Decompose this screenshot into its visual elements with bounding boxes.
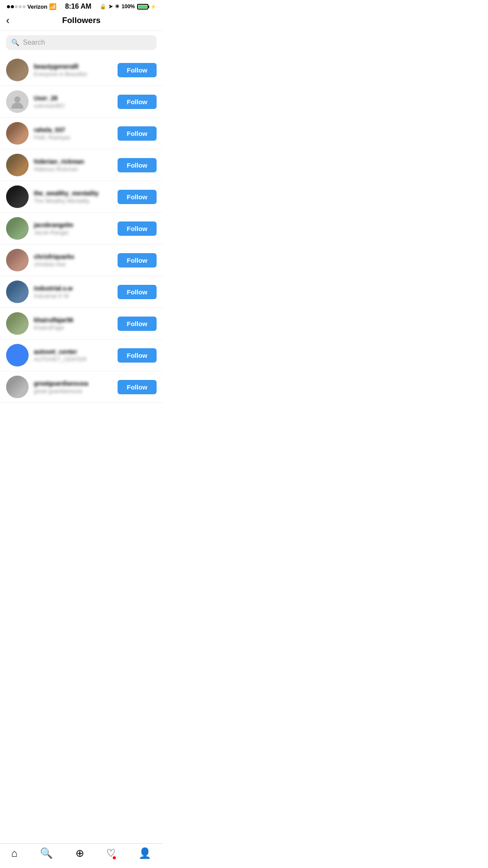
battery-percent: 100% [121,3,135,10]
avatar [6,217,29,240]
avatar [6,344,29,366]
display-name-label: Jacob Rangel [34,229,112,236]
avatar [6,154,29,176]
avatar [6,376,29,398]
display-name-label: unknownBO [34,102,112,109]
search-bar[interactable]: 🔍 Search [6,35,157,50]
page-title: Followers [62,16,101,25]
user-info: the_wealthy_mentalityThe Wealthy Mentali… [34,190,112,204]
display-name-label: great guardiansusa [34,388,112,394]
signal-dot-5 [23,5,26,8]
username-label: jacobrangelm [34,221,112,228]
display-name-label: KhairulFajar [34,324,112,331]
signal-dot-3 [15,5,18,8]
list-item: the_wealthy_mentalityThe Wealthy Mentali… [0,181,163,213]
charging-icon: ⚡ [151,4,156,9]
avatar [6,59,29,81]
user-info: jacobrangelmJacob Rangel [34,221,112,236]
search-container: 🔍 Search [0,31,163,54]
username-label: chrisfriquarks [34,253,112,260]
followers-list: beautygeneralllEveryone is BeautifulFoll… [0,54,163,403]
signal-dot-4 [19,5,22,8]
follow-button[interactable]: Follow [118,126,157,141]
search-placeholder: Search [23,39,45,46]
follow-button[interactable]: Follow [118,95,157,109]
username-label: industrial.s.w [34,285,112,292]
list-item: khairulfajar56KhairulFajarFollow [0,308,163,340]
user-info: industrial.s.wIndustrial S W [34,285,112,299]
display-name-label: Everyone is Beautiful [34,71,112,77]
bluetooth-icon: ✳ [115,3,119,10]
list-item: chrisfriquarkschristian thaiFollow [0,244,163,276]
avatar [6,249,29,271]
user-info: rahela_037Petit, Rashyao [34,126,112,141]
follow-button[interactable]: Follow [118,190,157,204]
list-item: rahela_037Petit, RashyaoFollow [0,118,163,149]
status-left: Verizon 📶 [7,3,56,10]
avatar [6,185,29,208]
username-label: autovet_center [34,348,112,355]
battery-fill [138,5,147,8]
avatar [6,312,29,335]
user-info: greatguardiansusagreat guardiansusa [34,380,112,394]
list-item: jacobrangelmJacob RangelFollow [0,213,163,244]
display-name-label: AUTOVET_CENTER [34,356,112,363]
list-item: User_28unknownBOFollow [0,86,163,118]
list-item: autovet_centerAUTOVET_CENTERFollow [0,340,163,371]
user-info: khairulfajar56KhairulFajar [34,317,112,331]
battery-container [137,4,148,10]
list-item: beautygeneralllEveryone is BeautifulFoll… [0,54,163,86]
status-bar: Verizon 📶 8:16 AM 🔒 ➤ ✳ 100% ⚡ [0,0,163,12]
svg-point-0 [14,96,20,102]
display-name-label: christian thai [34,261,112,267]
follow-button[interactable]: Follow [118,317,157,331]
username-label: hiderian_rickman [34,158,112,165]
avatar [6,90,29,113]
username-label: khairulfajar56 [34,317,112,323]
display-name-label: The Wealthy Mentality [34,198,112,204]
carrier-label: Verizon [27,3,47,10]
username-label: rahela_037 [34,126,112,133]
list-item: hiderian_rickmanHideous RickmanFollow [0,149,163,181]
username-label: beautygeneralll [34,63,112,70]
username-label: greatguardiansusa [34,380,112,387]
back-button[interactable]: ‹ [6,14,10,26]
display-name-label: Industrial S W [34,293,112,299]
user-info: chrisfriquarkschristian thai [34,253,112,267]
search-icon: 🔍 [11,39,20,46]
follow-button[interactable]: Follow [118,253,157,267]
follow-button[interactable]: Follow [118,285,157,299]
wifi-icon: 📶 [49,3,56,10]
location-icon: 🔒 [100,3,106,10]
user-info: autovet_centerAUTOVET_CENTER [34,348,112,363]
gps-icon: ➤ [108,3,113,10]
avatar [6,122,29,145]
user-info: hiderian_rickmanHideous Rickman [34,158,112,172]
status-right: 🔒 ➤ ✳ 100% ⚡ [100,3,156,10]
status-time: 8:16 AM [65,3,92,10]
nav-header: ‹ Followers [0,12,163,31]
follow-button[interactable]: Follow [118,63,157,77]
avatar [6,281,29,303]
signal-dot-1 [7,5,10,8]
display-name-label: Petit, Rashyao [34,134,112,141]
signal-dots [7,5,26,8]
battery-icon [137,4,148,10]
list-item: industrial.s.wIndustrial S WFollow [0,276,163,308]
signal-dot-2 [11,5,14,8]
follow-button[interactable]: Follow [118,158,157,172]
username-label: User_28 [34,95,112,102]
follow-button[interactable]: Follow [118,380,157,394]
user-info: User_28unknownBO [34,95,112,109]
follow-button[interactable]: Follow [118,348,157,363]
list-item: greatguardiansusagreat guardiansusaFollo… [0,371,163,403]
follow-button[interactable]: Follow [118,221,157,236]
display-name-label: Hideous Rickman [34,166,112,172]
username-label: the_wealthy_mentality [34,190,112,197]
user-info: beautygeneralllEveryone is Beautiful [34,63,112,77]
